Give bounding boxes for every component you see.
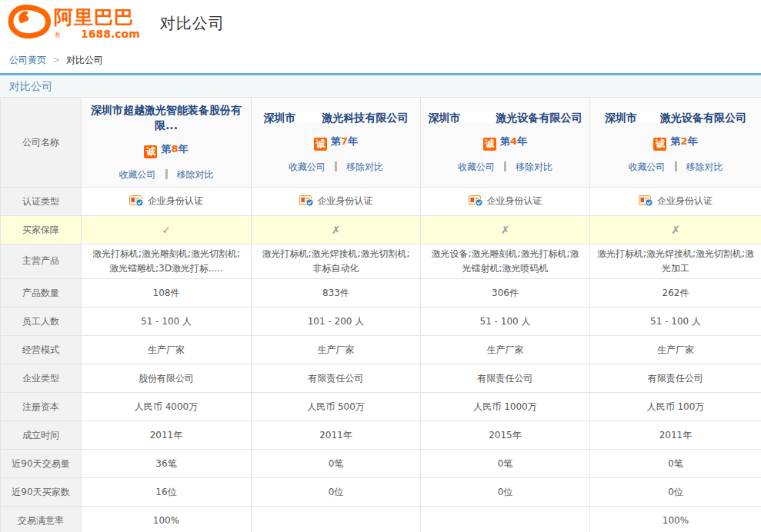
- breadcrumb: 公司黄页>对比公司: [0, 46, 761, 73]
- satisfaction-cell: 100%: [590, 507, 761, 532]
- company-name-link[interactable]: 深圳市激光设备有限公司: [424, 111, 586, 126]
- cert-label: 企业身份认证: [657, 195, 713, 206]
- row-label-business-model: 经营模式: [1, 336, 82, 364]
- buyers-90d-cell: 0位: [252, 478, 421, 507]
- link-separator: [675, 161, 677, 171]
- remove-compare-link[interactable]: 移除对比: [177, 169, 214, 180]
- company-header-cell: 深圳市超越激光智能装备股份有限... 诚第8年 收藏公司移除对比: [82, 98, 252, 188]
- year-number: 2: [680, 135, 687, 147]
- row-label-product-count: 产品数量: [1, 279, 82, 308]
- remove-compare-link[interactable]: 移除对比: [686, 161, 723, 172]
- main-products-cell: 激光设备;激光雕刻机;激光打标机;激光镭射机;激光喷码机: [421, 244, 590, 279]
- business-model-cell: 生产厂家: [590, 336, 761, 364]
- table-row-90d-trades: 近90天交易量 36笔 0笔 0笔 0笔: [1, 450, 761, 478]
- cert-cell: 企业身份认证: [421, 188, 590, 216]
- table-row-satisfaction: 交易满意率 100% 100%: [1, 507, 761, 532]
- guarantee-cross-icon: ✗: [590, 216, 761, 244]
- staff-count-cell: 51 - 100 人: [421, 308, 590, 336]
- page-header: 阿里巴巴 ® 1688.com 对比公司: [0, 0, 761, 46]
- company-name-text: 深圳市: [264, 111, 296, 124]
- alibaba-logo[interactable]: 阿里巴巴 ® 1688.com: [8, 4, 140, 42]
- staff-count-cell: 51 - 100 人: [590, 308, 761, 336]
- link-separator: [335, 161, 337, 171]
- link-separator: [504, 161, 506, 171]
- row-label-staff-count: 员工人数: [1, 308, 82, 336]
- year-number: 4: [510, 135, 517, 147]
- chengxintong-badge-icon: 诚: [144, 145, 157, 158]
- favorite-company-link[interactable]: 收藏公司: [119, 169, 156, 180]
- founded-year-cell: 2011年: [82, 421, 252, 450]
- breadcrumb-home-link[interactable]: 公司黄页: [9, 55, 46, 65]
- guarantee-check-icon: ✓: [82, 216, 252, 244]
- row-label-founded-year: 成立时间: [1, 421, 82, 450]
- chengxintong-badge-icon: 诚: [653, 138, 666, 151]
- year-number: 7: [341, 135, 348, 147]
- redaction-patch: [461, 112, 496, 123]
- main-products-cell: 激光打标机;激光焊接机;激光切割机;非标自动化: [252, 244, 421, 279]
- company-name-text: 激光设备有限公司: [496, 111, 582, 124]
- table-row-90d-buyers: 近90天买家数 16位 0位 0位 0位: [1, 478, 761, 507]
- logo-text-cn: 阿里巴巴: [54, 8, 140, 27]
- cert-label: 企业身份认证: [148, 195, 203, 206]
- row-label-satisfaction: 交易满意率: [1, 507, 82, 532]
- section-title: 对比公司: [9, 80, 52, 92]
- satisfaction-cell: 100%: [82, 507, 252, 532]
- membership-year: 诚第2年: [593, 135, 758, 151]
- cert-cell: 企业身份认证: [82, 188, 252, 216]
- table-row-buyer-guarantee: 买家保障 ✓ ✗ ✗ ✗: [1, 216, 761, 244]
- trades-90d-cell: 0笔: [590, 450, 761, 478]
- favorite-company-link[interactable]: 收藏公司: [289, 161, 325, 172]
- enterprise-id-cert-icon: [639, 195, 653, 209]
- company-type-cell: 有限责任公司: [421, 364, 590, 393]
- staff-count-cell: 51 - 100 人: [82, 308, 252, 336]
- row-label-company-type: 企业类型: [1, 364, 82, 393]
- company-name-text: 深圳市超越激光智能装备股份有限...: [91, 104, 242, 131]
- company-header-cell: 深圳市激光设备有限公司 诚第4年 收藏公司移除对比: [421, 98, 590, 188]
- product-count-cell: 108件: [82, 279, 252, 308]
- membership-year: 诚第4年: [424, 135, 586, 151]
- row-label-90d-trades: 近90天交易量: [1, 450, 82, 478]
- page-title: 对比公司: [160, 13, 225, 34]
- enterprise-id-cert-icon: [469, 195, 483, 209]
- membership-year: 诚第8年: [85, 142, 248, 158]
- enterprise-id-cert-icon: [299, 195, 314, 209]
- product-count-cell: 833件: [252, 279, 421, 308]
- alibaba-face-icon: [8, 4, 51, 42]
- year-number: 8: [171, 143, 178, 155]
- company-name-text: 深圳市: [429, 111, 461, 124]
- guarantee-cross-icon: ✗: [252, 216, 421, 244]
- main-products-cell: 激光打标机;激光焊接机;激光切割机;激光加工: [590, 244, 761, 279]
- founded-year-cell: 2015年: [421, 421, 590, 450]
- favorite-company-link[interactable]: 收藏公司: [629, 161, 666, 172]
- redaction-patch: [296, 112, 322, 123]
- product-count-cell: 306件: [421, 279, 590, 308]
- company-name-text: 激光科技有限公司: [322, 111, 409, 124]
- main-products-cell: 激光打标机;激光雕刻机;激光切割机;激光镭雕机;3D激光打标.....: [82, 244, 252, 279]
- table-row-company-name: 公司名称 深圳市超越激光智能装备股份有限... 诚第8年 收藏公司移除对比 深圳…: [1, 98, 761, 188]
- row-label-main-products: 主营产品: [1, 244, 82, 279]
- company-name-link[interactable]: 深圳市超越激光智能装备股份有限...: [85, 103, 248, 133]
- favorite-company-link[interactable]: 收藏公司: [458, 161, 495, 172]
- buyers-90d-cell: 16位: [82, 478, 252, 507]
- satisfaction-cell: [252, 507, 421, 532]
- cert-cell: 企业身份认证: [590, 188, 761, 216]
- company-type-cell: 有限责任公司: [590, 364, 761, 393]
- company-name-text: 深圳市: [605, 111, 637, 124]
- remove-compare-link[interactable]: 移除对比: [346, 161, 383, 172]
- row-label-company-name: 公司名称: [1, 98, 82, 188]
- table-row-staff-count: 员工人数 51 - 100 人 101 - 200 人 51 - 100 人 5…: [1, 308, 761, 336]
- trades-90d-cell: 0笔: [421, 450, 590, 478]
- logo-domain: 1688.com: [81, 28, 140, 39]
- membership-year: 诚第7年: [255, 135, 417, 151]
- business-model-cell: 生产厂家: [252, 336, 421, 364]
- chengxintong-badge-icon: 诚: [483, 138, 496, 151]
- row-label-cert-type: 认证类型: [1, 188, 82, 216]
- business-model-cell: 生产厂家: [421, 336, 590, 364]
- registered-capital-cell: 人民币 1000万: [421, 393, 590, 421]
- company-name-text: 激光设备有限公司: [660, 111, 746, 124]
- company-name-link[interactable]: 深圳市激光设备有限公司: [593, 111, 758, 126]
- company-header-cell: 深圳市激光设备有限公司 诚第2年 收藏公司移除对比: [590, 98, 761, 188]
- link-separator: [165, 169, 168, 179]
- company-name-link[interactable]: 深圳市激光科技有限公司: [255, 111, 417, 126]
- remove-compare-link[interactable]: 移除对比: [516, 161, 552, 172]
